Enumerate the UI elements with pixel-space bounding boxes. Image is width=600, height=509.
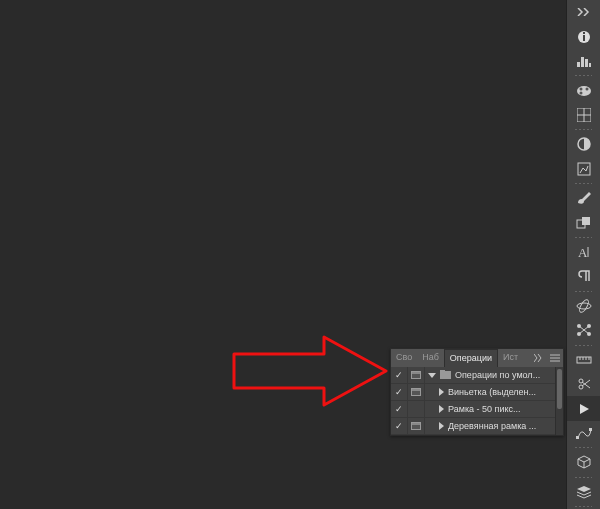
dialog-toggle[interactable] (408, 384, 425, 400)
disclosure-down-icon[interactable] (428, 373, 436, 378)
action-label: Рамка - 50 пикс... (448, 404, 521, 414)
adjustments-icon[interactable] (567, 132, 600, 156)
path-icon[interactable] (567, 421, 600, 445)
svg-point-9 (585, 87, 588, 90)
cube-icon[interactable] (567, 450, 600, 474)
toggle-check[interactable] (391, 401, 408, 417)
scrollbar[interactable] (555, 367, 563, 435)
action-row[interactable]: Рамка - 50 пикс... (391, 401, 563, 418)
panel-collapse-icon[interactable] (531, 349, 547, 367)
action-label: Деревянная рамка ... (448, 421, 536, 431)
paragraph-icon[interactable] (567, 264, 600, 288)
panel-tabs: Сво Наб Операции Ист (391, 349, 563, 367)
action-set-label: Операции по умол... (455, 370, 540, 380)
dialog-toggle[interactable] (408, 401, 425, 417)
tab-properties[interactable]: Сво (391, 349, 417, 367)
svg-rect-17 (582, 217, 590, 225)
swatches-icon[interactable] (567, 78, 600, 102)
separator (567, 181, 600, 186)
svg-rect-38 (576, 436, 579, 439)
scissors-icon[interactable] (567, 372, 600, 396)
separator (567, 73, 600, 78)
preset-icon[interactable] (567, 157, 600, 181)
svg-marker-42 (577, 486, 591, 492)
brush-icon[interactable] (567, 186, 600, 210)
actions-panel: Сво Наб Операции Ист Операции по умол... (390, 348, 564, 436)
svg-rect-1 (583, 35, 585, 41)
separator (567, 289, 600, 294)
separator (567, 504, 600, 509)
panel-collapse-double-icon[interactable] (567, 0, 600, 24)
dialog-toggle[interactable] (408, 418, 425, 434)
dialog-toggle[interactable] (408, 367, 425, 383)
separator (567, 445, 600, 450)
action-label: Виньетка (выделен... (448, 387, 536, 397)
toggle-check[interactable] (391, 367, 408, 383)
separator (567, 127, 600, 132)
disclosure-right-icon[interactable] (439, 388, 444, 396)
action-set-row[interactable]: Операции по умол... (391, 367, 563, 384)
svg-point-7 (577, 86, 591, 96)
grid-icon[interactable] (567, 103, 600, 127)
histogram-icon[interactable] (567, 49, 600, 73)
folder-icon (440, 371, 451, 379)
svg-rect-39 (589, 428, 592, 431)
layers-icon[interactable] (567, 480, 600, 504)
tab-sets[interactable]: Наб (417, 349, 444, 367)
play-icon[interactable] (567, 396, 600, 420)
info-icon[interactable] (567, 24, 600, 48)
panel-menu-icon[interactable] (547, 349, 563, 367)
measure-icon[interactable] (567, 347, 600, 371)
toggle-check[interactable] (391, 418, 408, 434)
tab-actions[interactable]: Операции (444, 349, 498, 367)
tab-history[interactable]: Ист (498, 349, 523, 367)
svg-text:A: A (578, 245, 588, 259)
svg-rect-3 (577, 62, 580, 67)
svg-rect-4 (581, 57, 584, 67)
actions-list: Операции по умол... Виньетка (выделен...… (391, 367, 563, 435)
separator (567, 235, 600, 240)
svg-point-20 (577, 303, 591, 309)
svg-point-21 (577, 299, 589, 313)
action-row[interactable]: Виньетка (выделен... (391, 384, 563, 401)
clone-icon[interactable] (567, 210, 600, 234)
separator (567, 475, 600, 480)
character-icon[interactable]: A (567, 240, 600, 264)
svg-point-10 (579, 91, 582, 94)
node-graph-icon[interactable] (567, 318, 600, 342)
right-toolbar: A (566, 0, 600, 509)
svg-rect-6 (589, 63, 591, 67)
action-row[interactable]: Деревянная рамка ... (391, 418, 563, 435)
svg-marker-37 (580, 404, 589, 414)
disclosure-right-icon[interactable] (439, 422, 444, 430)
3d-icon[interactable] (567, 294, 600, 318)
svg-point-8 (579, 87, 582, 90)
disclosure-right-icon[interactable] (439, 405, 444, 413)
svg-rect-2 (583, 32, 585, 34)
separator (567, 343, 600, 348)
toggle-check[interactable] (391, 384, 408, 400)
svg-rect-5 (585, 59, 588, 67)
